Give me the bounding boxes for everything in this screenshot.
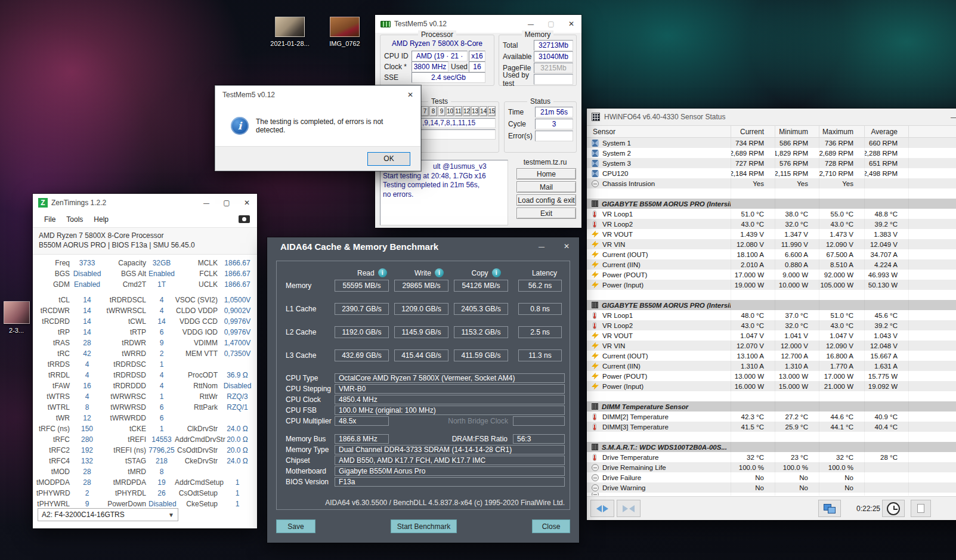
test-number-button[interactable]: 15 [488, 106, 496, 116]
sensor-row-spacer [909, 270, 956, 280]
info-icon[interactable]: i [435, 268, 444, 277]
sensor-row[interactable]: VR VIN 12.070 V 12.000 V 12.090 V 12.048… [587, 341, 956, 351]
sensor-row[interactable]: DIMM[3] Temperature 41.5 °C 25.9 °C 44.1… [587, 422, 956, 432]
write-result: 415.44 GB/s [394, 349, 448, 361]
sensor-row[interactable]: System 3 727 RPM 576 RPM 728 RPM 651 RPM [587, 158, 956, 168]
sensor-row[interactable]: VR Loop2 43.0 °C 32.0 °C 43.0 °C 39.2 °C [587, 320, 956, 330]
column-header-maximum[interactable]: Maximum [819, 126, 865, 137]
menu-item[interactable]: Tools [61, 214, 88, 225]
sensor-row[interactable]: Power (Input) 19.000 W 10.000 W 105.000 … [587, 280, 956, 290]
sensor-row[interactable]: VR VOUT 1.439 V 1.347 V 1.473 V 1.383 V [587, 229, 956, 239]
column-header-sensor[interactable]: Sensor [587, 126, 731, 137]
sensor-row[interactable]: Drive Warning No No No [587, 482, 956, 493]
sensor-icon [592, 363, 599, 370]
expand-columns-button[interactable] [590, 500, 614, 517]
timing-value: Enabled [72, 280, 102, 289]
benchmark-row-label: Memory [286, 281, 335, 290]
minimize-icon[interactable] [196, 194, 216, 212]
info-icon[interactable]: i [378, 268, 387, 277]
sensor-row[interactable]: VR VOUT 1.047 V 1.041 V 1.047 V 1.043 V [587, 330, 956, 341]
ok-button[interactable]: OK [367, 152, 410, 166]
info-icon[interactable]: i [492, 268, 501, 277]
timing-value: 16 [72, 382, 102, 390]
test-number-button[interactable]: 13 [471, 106, 479, 116]
log-line: no errors. [383, 190, 505, 200]
hwinfo-titlebar[interactable]: HWiNFO64 v6.40-4330 Sensor Status [587, 109, 956, 125]
minimize-icon[interactable] [529, 237, 554, 255]
sensor-row[interactable] [587, 290, 956, 300]
sensor-row[interactable]: DIMM Temperature Sensor [587, 401, 956, 412]
sensor-row[interactable]: Current (IIN) 1.310 A 1.310 A 1.770 A 1.… [587, 361, 956, 371]
sensor-row[interactable]: Power (POUT) 13.000 W 13.000 W 17.000 W … [587, 371, 956, 381]
sensor-row[interactable]: VR Loop1 48.0 °C 37.0 °C 51.0 °C 45.6 °C [587, 310, 956, 320]
sensor-row[interactable]: Power (POUT) 17.000 W 9.000 W 92.000 W 4… [587, 270, 956, 280]
sensor-row[interactable]: Current (IOUT) 18.100 A 6.600 A 67.500 A… [587, 249, 956, 259]
site-button[interactable]: Mail [516, 181, 576, 193]
timings-table: Freq3733 Capacity32GB MCLK1866.67 BGSDis… [33, 255, 257, 509]
clock-button[interactable] [882, 500, 905, 517]
timing-value: 132 [72, 457, 102, 465]
maximize-icon[interactable] [216, 194, 237, 212]
dialog-titlebar[interactable]: TestMem5 v0.12 [215, 86, 420, 104]
collapse-columns-button[interactable] [617, 500, 641, 517]
menu-item[interactable]: File [39, 214, 61, 225]
sensor-minimum: 9.000 W [775, 270, 819, 280]
sensor-row[interactable] [587, 493, 956, 496]
sensor-row[interactable]: Drive Failure No No No [587, 472, 956, 482]
sensor-row[interactable]: Drive Temperature 32 °C 23 °C 32 °C 28 °… [587, 452, 956, 462]
sensor-row[interactable]: S.M.A.R.T.: WDC WDS100T2B0A-00S... [587, 442, 956, 452]
sensor-row[interactable] [587, 391, 956, 401]
timing-value: 14 [72, 296, 102, 304]
sensor-icon [592, 393, 599, 400]
sensor-row[interactable]: GIGABYTE B550M AORUS PRO (Intersil ... [587, 300, 956, 310]
desktop-icon[interactable]: IMG_0762 [317, 17, 372, 47]
menu-item[interactable]: Help [88, 214, 114, 225]
sensor-row[interactable]: Chassis Intrusion Yes Yes Yes [587, 178, 956, 188]
close-icon[interactable] [237, 194, 257, 212]
sensor-row[interactable]: VR Loop2 43.0 °C 32.0 °C 43.0 °C 39.2 °C [587, 219, 956, 229]
sensor-row[interactable]: Power (Input) 16.000 W 15.000 W 21.000 W… [587, 381, 956, 391]
column-header-minimum[interactable]: Minimum [775, 126, 819, 137]
test-number-button[interactable]: 7 [421, 106, 429, 116]
sensor-row[interactable]: DIMM[2] Temperature 42.3 °C 27.2 °C 44.6… [587, 412, 956, 422]
site-button[interactable]: Exit [516, 208, 576, 219]
sensor-row[interactable] [587, 188, 956, 199]
column-header-average[interactable]: Average [865, 126, 909, 137]
sensor-row[interactable]: System 1 734 RPM 586 RPM 736 RPM 660 RPM [587, 138, 956, 148]
test-number-button[interactable]: 14 [479, 106, 487, 116]
sensor-row[interactable]: Current (IOUT) 13.100 A 12.700 A 16.800 … [587, 351, 956, 361]
test-number-button[interactable]: 12 [463, 106, 471, 116]
sensor-row[interactable]: System 2 2,689 RPM 1,829 RPM 2,689 RPM 2… [587, 148, 956, 158]
test-number-button[interactable]: 10 [446, 106, 454, 116]
sensor-row[interactable]: VR VIN 12.080 V 11.990 V 12.090 V 12.049… [587, 239, 956, 249]
test-number-button[interactable]: 11 [454, 106, 462, 116]
save-button[interactable]: Save [276, 519, 315, 533]
aida64-titlebar[interactable]: AIDA64 Cache & Memory Benchmark [267, 237, 579, 255]
sensor-row[interactable]: GIGABYTE B550M AORUS PRO (Intersil ... [587, 199, 956, 209]
test-number-button[interactable]: 8 [429, 106, 437, 116]
report-button[interactable] [911, 500, 931, 517]
screenshot-camera-icon[interactable] [239, 215, 250, 223]
column-header-current[interactable]: Current [731, 126, 775, 137]
desktop-icon[interactable]: 2021-01-28... [262, 17, 317, 47]
test-number-button[interactable]: 9 [438, 106, 445, 116]
sensor-maximum [819, 493, 865, 496]
zentimings-titlebar[interactable]: Z ZenTimings 1.2.2 [33, 194, 257, 212]
desktop-icon[interactable]: 2-3... [0, 301, 33, 334]
sensor-row[interactable]: VR Loop1 51.0 °C 38.0 °C 55.0 °C 48.8 °C [587, 209, 956, 219]
status-label: Cycle [508, 120, 526, 128]
close-button[interactable]: Close [532, 519, 570, 533]
start-benchmark-button[interactable]: Start Benchmark [391, 519, 457, 533]
site-button[interactable]: Home [516, 168, 576, 180]
sensor-row[interactable] [587, 432, 956, 442]
close-icon[interactable] [554, 237, 579, 255]
dimm-select-dropdown[interactable]: A2: F4-3200C14-16GTRS ▼ [38, 508, 178, 521]
sensor-row[interactable]: Drive Remaining Life 100.0 % 100.0 % 100… [587, 462, 956, 472]
sensor-row[interactable]: Current (IIN) 2.010 A 0.880 A 8.510 A 4.… [587, 259, 956, 270]
close-icon[interactable] [400, 86, 420, 104]
site-button[interactable]: Load config & exit [516, 194, 576, 206]
minimize-icon[interactable] [943, 109, 956, 125]
sensor-label: System 3 [602, 160, 631, 167]
network-monitor-button[interactable] [818, 500, 841, 517]
sensor-row[interactable]: CPU120 2,184 RPM 2,115 RPM 2,710 RPM 2,4… [587, 168, 956, 178]
